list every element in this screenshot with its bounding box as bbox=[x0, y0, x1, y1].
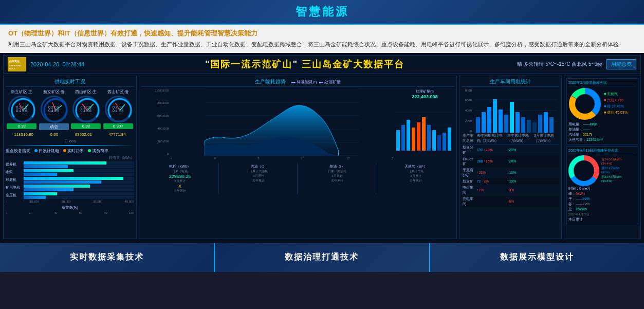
loading-rate-label: 负荷率(%) bbox=[6, 205, 134, 210]
power-panel-title: 生产车间用电统计 bbox=[462, 78, 559, 87]
desc-headline: OT（物理世界）和IT（信息世界）有效打通，快速感知、提升能耗管理智慧决策能力 bbox=[8, 29, 636, 38]
energy-donut-section: 2020年3月能源折标占比 ■ bbox=[566, 78, 638, 144]
peak-label: 台24.08万kWh(34.4%) bbox=[601, 157, 621, 165]
donut-title: 2020年3月能源折标占比 bbox=[568, 80, 636, 86]
svg-rect-42 bbox=[476, 117, 480, 133]
production-table: 生产车间名称 去年同期累计电耗（万kWh） 本年累计电耗（万kWh） 3月累计电… bbox=[462, 133, 559, 207]
panel-right: 生产车间用电统计 80006000400020000 bbox=[459, 76, 562, 239]
device-row-1: 提升机 bbox=[6, 161, 134, 168]
gauge-badge-2: 动态 bbox=[39, 123, 69, 130]
legend-tianranqi: ■ 天然气 bbox=[604, 92, 628, 97]
gauge-xishan-main: 西山矿区:主 0.2 0.80.4 0.6 0.38 bbox=[71, 89, 101, 130]
table-header-name: 生产车间名称 bbox=[462, 133, 476, 144]
kwh-1: 118315.80 bbox=[14, 132, 33, 137]
svg-rect-34 bbox=[437, 135, 441, 151]
shandong-gold-logo: 山东黄金 SHANDONG GOLD bbox=[8, 57, 26, 71]
svg-rect-46 bbox=[499, 110, 503, 133]
donut-svg bbox=[568, 87, 602, 121]
table-row: 西山分矿 268 ↑15% ↑24% bbox=[462, 156, 559, 167]
dash-main-title: "国际一流示范矿山" 三山岛金矿大数据平台 bbox=[93, 58, 517, 70]
svg-rect-51 bbox=[527, 120, 531, 133]
svg-rect-29 bbox=[412, 128, 415, 151]
kwh-values-row: 118315.80 0.00 63502.61 47771.84 bbox=[6, 132, 134, 137]
x-axis-labels: 010,00020,00030,00040,000 bbox=[6, 200, 134, 203]
device-row-3: 球磨机 bbox=[6, 177, 134, 184]
peak-content: 台24.08万kWh(34.4%) 通22.4万kWh(32%) 平23.52万… bbox=[568, 155, 636, 186]
processing-value: 322,403.008 bbox=[395, 94, 454, 99]
processing-svg bbox=[395, 99, 452, 151]
description-area: OT（物理世界）和IT（信息世界）有效打通，快速感知、提升能耗管理智慧决策能力 … bbox=[0, 25, 644, 53]
energy-svg bbox=[171, 89, 393, 156]
gauge-circle-1: 0.2 0.80.4 0.6 bbox=[8, 96, 35, 122]
center-charts: 1,000,000 800,000 600,000 400,000 200,00… bbox=[141, 89, 454, 161]
device-row-4: 矿用电机 bbox=[6, 185, 134, 191]
gauge-label-2: 新立矿区:备 bbox=[39, 89, 69, 95]
power-bar-section: 80006000400020000 bbox=[462, 89, 559, 133]
energy-trend-title: 生产能耗趋势 ▬ 标准能耗(t) ▬ 处理矿量 bbox=[141, 78, 454, 87]
svg-rect-32 bbox=[427, 125, 431, 151]
x-axis-label: 耗电量（kWh） bbox=[6, 155, 134, 160]
device-name-1: 提升机 bbox=[6, 162, 24, 167]
svg-rect-55 bbox=[549, 117, 554, 133]
svg-rect-49 bbox=[516, 112, 520, 133]
dash-header: 山东黄金 SHANDONG GOLD 2020-04-20 08:28:44 "… bbox=[3, 55, 641, 74]
date-footer: 2020年4月19日 bbox=[568, 212, 636, 217]
panel-far-right: 2020年3月能源折标占比 ■ bbox=[564, 76, 641, 239]
yoneng-button[interactable]: 用能总览 bbox=[606, 59, 636, 69]
table-row: 电运车间 ↑7% ↑3% bbox=[462, 185, 559, 196]
donut-legend: ■ 天然气 ■ 汽油 0.8% ■ 煤 37.42% ■ 柴油 45.03% bbox=[604, 92, 628, 116]
energy-chart-wrapper: 1,000,000 800,000 600,000 400,000 200,00… bbox=[141, 89, 393, 156]
gauge-xinli-backup: 新立矿区:备 0.2 0.80.4 0.6 动态 bbox=[39, 89, 69, 130]
dash-weather: 晴 多云转晴 5°C~-15°C 西北风 5~6级 bbox=[517, 61, 602, 68]
kwh-unit: 日 kWh bbox=[6, 139, 134, 144]
loading-x-axis: 020406080100 bbox=[6, 211, 134, 214]
header: 智慧能源 bbox=[0, 0, 644, 25]
power-y-axis: 80006000400020000 bbox=[462, 89, 472, 133]
svg-rect-35 bbox=[443, 133, 446, 151]
footer-item-1: 实时数据采集技术 bbox=[0, 243, 215, 272]
svg-rect-36 bbox=[448, 128, 451, 151]
gauge-circle-2: 0.2 0.80.4 0.6 bbox=[41, 96, 67, 122]
legend-chaiyou: ■ 柴油 45.03% bbox=[604, 110, 628, 115]
gauge-badge-3: 0.38 bbox=[71, 123, 101, 129]
gauge-badge-4: 0.307 bbox=[103, 123, 133, 129]
svg-rect-44 bbox=[487, 107, 491, 133]
quote-text: 国际一流示范矿山 bbox=[210, 59, 292, 69]
y-axis: 1,000,000 800,000 600,000 400,000 200,00… bbox=[141, 89, 170, 156]
gauge-label-4: 西山矿区:备 bbox=[103, 89, 133, 95]
donut-content: ■ 天然气 ■ 汽油 0.8% ■ 煤 37.42% ■ 柴油 45.03% bbox=[568, 87, 636, 121]
svg-text:GOLD: GOLD bbox=[9, 67, 15, 70]
gauge-label-1: 新立矿区:主 bbox=[7, 89, 36, 95]
peak-svg bbox=[568, 155, 599, 186]
gauges-row: 新立矿区:主 0.2 0.80.4 0.6 0.38 新立矿区:备 bbox=[6, 89, 134, 130]
table-header-march: 3月累计电耗（万kWh） bbox=[533, 133, 559, 144]
peak-title: 2020年4月19日用电峰平谷占比 bbox=[568, 148, 636, 154]
kwh-4: 47771.84 bbox=[108, 132, 125, 137]
supply-panel-title: 供电实时工况 bbox=[6, 78, 134, 87]
svg-rect-50 bbox=[521, 117, 525, 133]
table-row: 新立矿 72 ↑8% ↑10% bbox=[462, 178, 559, 185]
kwh-3: 63502.61 bbox=[75, 132, 92, 137]
svg-rect-28 bbox=[407, 120, 410, 151]
svg-rect-52 bbox=[532, 122, 537, 133]
device-row-5: 空压机 bbox=[6, 192, 134, 199]
energy-x-axis: 46810122 bbox=[141, 157, 393, 160]
svg-rect-31 bbox=[422, 117, 426, 151]
table-header-curr-year: 本年累计电耗（万kWh） bbox=[506, 133, 533, 144]
table-row: 新立分矿 192 ↑20% ↑23% bbox=[462, 144, 559, 156]
svg-rect-48 bbox=[510, 102, 514, 133]
footer-item-2: 数据治理打通技术 bbox=[215, 243, 430, 272]
gauge-circle-4: 0.2 0.80.4 0.6 bbox=[105, 96, 132, 122]
desc-body: 利用三山岛金矿大数据平台对物资耗用数据、设备工况数据、生产作业量数据、工业自动化… bbox=[8, 40, 636, 49]
energy-area-chart: 1,000,000 800,000 600,000 400,000 200,00… bbox=[141, 89, 393, 161]
stat-gas: 天然气（m³） 日累计气耗 3月累计 去年累计 bbox=[377, 163, 454, 194]
peak-valley-section: 2020年4月19日用电峰平谷占比 台24.08万kWh(34.4%) 通22.… bbox=[566, 146, 638, 224]
svg-rect-45 bbox=[493, 99, 497, 133]
svg-rect-26 bbox=[396, 130, 400, 151]
dash-content: 供电实时工况 新立矿区:主 0.2 0.80.4 0.6 0.38 bbox=[3, 76, 641, 239]
device-name-5: 空压机 bbox=[6, 193, 24, 198]
svg-rect-43 bbox=[482, 112, 486, 133]
peak-legend: 台24.08万kWh(34.4%) 通22.4万kWh(32%) 平23.52万… bbox=[601, 157, 621, 184]
center-stats: 电耗（kWh） 日累计电耗 229590.25 3月累计 X 去年累计 汽油（t… bbox=[141, 163, 454, 194]
processing-label: 处理矿量(t) bbox=[395, 89, 454, 94]
